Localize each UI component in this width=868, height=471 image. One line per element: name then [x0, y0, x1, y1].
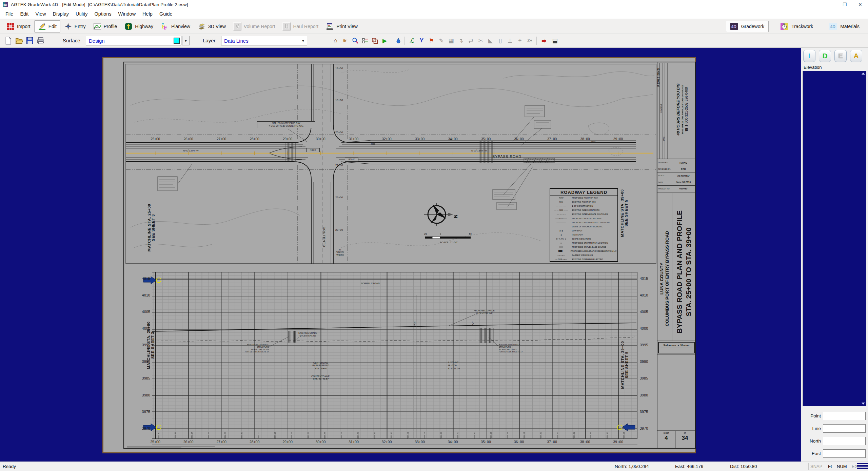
county-project-title: LUNA COUNTY COLUMBUS PORT OF ENTRY BYPAS… [659, 218, 670, 340]
point-label: Point [803, 413, 821, 418]
report-icon[interactable]: ▤ [550, 36, 560, 46]
legend-sample: — — 4100 — — [551, 209, 571, 211]
overlap-rectangles-icon[interactable] [370, 36, 380, 46]
swap-direction-icon[interactable]: ⇄ [466, 36, 476, 46]
minimize-icon[interactable]: — [821, 0, 837, 9]
spot-elevation: 3998.77 [224, 429, 227, 439]
save-icon[interactable] [26, 37, 34, 45]
toolbar-separator [404, 37, 405, 45]
spot-elevation: 3999.82 [374, 429, 377, 439]
legend-sample: ◆ [551, 234, 571, 236]
draw-line-icon[interactable]: ✎ [436, 36, 446, 46]
plan-sheet-canvas[interactable]: N [102, 57, 696, 453]
line-style-icon[interactable]: ℒ [407, 36, 417, 46]
spot-elevation: 4000.87 [590, 429, 593, 439]
menu-item[interactable]: Utility [72, 10, 91, 18]
firm-name: Bohannan ▲ Huston [659, 344, 694, 347]
resize-grip[interactable] [857, 463, 868, 470]
zoom-home-icon[interactable]: ⌂ [331, 36, 340, 46]
menu-item[interactable]: Edit [17, 10, 32, 18]
import-button[interactable]: Import [3, 20, 34, 33]
balance-icon[interactable]: ⊥ [505, 36, 515, 46]
profile-station: 39+00 [610, 440, 627, 445]
pan-hand-icon[interactable]: ☛ [340, 36, 350, 46]
spot-elevation: 4000.81 [573, 429, 576, 439]
normal-crown-note: NORMAL CROWN [361, 282, 380, 285]
menu-item[interactable]: Help [139, 10, 156, 18]
surface-combo[interactable]: Design [86, 36, 181, 45]
highway-button[interactable]: Highway [121, 20, 157, 33]
menu-item[interactable]: Options [91, 10, 115, 18]
matchline-plan-right: MATCHLINE STA. 39+00SEE SHEET 5 [620, 172, 631, 254]
export-icon[interactable]: ⇨ [539, 36, 549, 46]
info-row: SCALE:AS NOTED [657, 172, 695, 179]
menu-item[interactable]: Window [115, 10, 139, 18]
scroll-down-icon[interactable] [862, 403, 865, 405]
elevation-listbox[interactable] [803, 71, 866, 406]
info-row: PROJECT NO:020035 [657, 186, 695, 192]
run-icon[interactable]: ▶ [380, 36, 390, 46]
profile-station-labels: 25+0026+0027+0028+0029+0030+0031+0032+00… [147, 440, 627, 445]
surface-chevron-down-icon[interactable]: ▼ [182, 36, 190, 45]
legend-sample: – – – – – – [551, 213, 571, 215]
spot-elevation: 3998.42 [174, 429, 177, 439]
menu-item[interactable]: View [32, 10, 49, 18]
spot-elevation: 3999.59 [340, 429, 343, 439]
print-view-button[interactable]: Print View [322, 20, 361, 33]
point-field[interactable] [823, 412, 866, 420]
entry-button[interactable]: Entry [60, 20, 90, 33]
zoom-window-icon[interactable] [350, 36, 360, 46]
profile-button[interactable]: Profile [90, 20, 121, 33]
legend-sample: — – — – — [551, 205, 571, 207]
menu-item[interactable]: Guide [156, 10, 176, 18]
legend-row: ————— PROPOSED INTERMEDIATE CONTOURS [550, 221, 617, 225]
menu-item[interactable]: File [2, 10, 17, 18]
spot-elevation: 4000.75 [556, 429, 559, 439]
layer-combo[interactable]: Data Lines ▼ [221, 36, 307, 45]
scroll-up-icon[interactable] [862, 73, 865, 75]
north-field[interactable] [823, 437, 866, 445]
join-icon[interactable]: ↴ [456, 36, 466, 46]
table-icon[interactable]: ▦ [446, 36, 456, 46]
interpolate-button[interactable]: I [803, 50, 815, 62]
haul-report-button[interactable]: H Haul Report [279, 20, 322, 33]
contour-label: 4000 [371, 143, 375, 145]
profile-station: 33+00 [411, 440, 428, 445]
column-icon[interactable]: ▯ [495, 36, 505, 46]
drain-note-right: BUILD NEW DRAINAGESTRUCTUREW/ END SECTIO… [499, 344, 531, 353]
design-button[interactable]: D [819, 50, 831, 62]
water-drop-icon[interactable] [393, 36, 403, 46]
east-field[interactable] [823, 449, 866, 458]
print-icon[interactable] [37, 37, 45, 45]
edit-button[interactable]: Edit [34, 20, 60, 33]
volume-report-button[interactable]: V Volume Report [230, 20, 279, 33]
existing-button[interactable]: E [834, 50, 847, 62]
close-icon[interactable]: ✕ [852, 0, 868, 9]
line-field[interactable] [823, 424, 866, 433]
trim-icon[interactable]: ✂ [476, 36, 486, 46]
num-toggle[interactable]: NUM [835, 463, 849, 470]
planview-button[interactable]: FF Planview [157, 20, 194, 33]
ft-toggle[interactable]: Ft [826, 463, 834, 470]
profile-station: 30+00 [312, 440, 329, 445]
slope-icon[interactable]: ◣ [486, 36, 495, 46]
snap-toggle[interactable]: SNAP [808, 463, 824, 470]
exc-dec-toggle-icon[interactable] [360, 36, 370, 46]
materials-mode-button[interactable]: 4D Materials [825, 21, 864, 32]
gradework-mode-button[interactable]: 4D Gradework [726, 21, 769, 32]
menu-item[interactable]: Display [50, 10, 73, 18]
legend-row: —··—R/W—··— EXISTING RIGHT-OF-WAY [550, 200, 617, 204]
open-file-icon[interactable] [15, 37, 23, 45]
rod-icon[interactable]: ⌖ [515, 36, 525, 46]
zoom-plus-icon[interactable]: Z+ [525, 36, 535, 46]
annotate-button[interactable]: A [850, 50, 862, 62]
legend-row: — · — · — LIMITS OF PAVEMENT REMOVAL [550, 225, 617, 229]
trackwork-mode-button[interactable]: Trackwork [776, 21, 817, 32]
maximize-icon[interactable]: ❐ [837, 0, 852, 9]
3d-view-button[interactable]: 3D View [194, 20, 230, 33]
flag-icon[interactable]: ⚑ [427, 36, 436, 46]
new-file-icon[interactable] [4, 37, 12, 45]
wye-icon[interactable]: Y [417, 36, 427, 46]
plan-station: 32+00 [378, 137, 395, 142]
profile-station: 36+00 [511, 440, 528, 445]
